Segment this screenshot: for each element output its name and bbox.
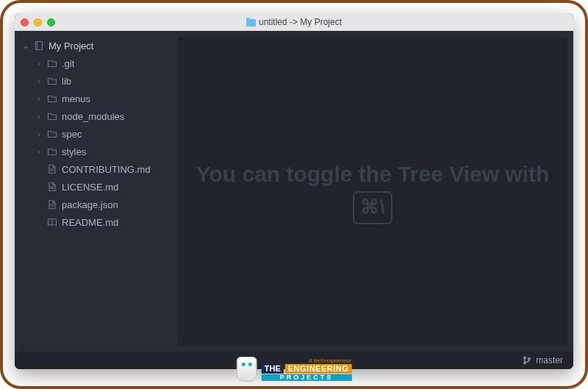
chevron-down-icon[interactable] <box>22 40 29 51</box>
hint-text: You can toggle the Tree View with <box>196 162 550 186</box>
robot-icon <box>237 357 257 382</box>
tree-item-label: node_modules <box>62 111 124 122</box>
folder-icon <box>47 58 57 68</box>
svg-point-11 <box>528 358 531 360</box>
outer-frame: untitled -> My Project My Project .git <box>0 0 588 389</box>
tree-item-label: LICENSE.md <box>62 182 118 193</box>
close-window-button[interactable] <box>21 18 29 26</box>
git-branch-name[interactable]: master <box>536 355 563 365</box>
tree-item-folder[interactable]: styles <box>28 143 178 160</box>
tree-item-label: package.json <box>62 199 118 210</box>
tree-item-label: README.md <box>62 217 118 228</box>
file-icon <box>47 199 57 210</box>
folder-icon <box>47 129 57 139</box>
svg-rect-0 <box>36 42 43 50</box>
keyboard-shortcut: ⌘\ <box>353 191 392 225</box>
window-controls <box>21 18 55 26</box>
chevron-right-icon[interactable] <box>35 95 43 103</box>
tree-item-label: menus <box>62 93 90 104</box>
chevron-right-icon[interactable] <box>35 130 43 138</box>
git-branch-icon <box>523 356 531 365</box>
tree-item-label: lib <box>62 76 71 87</box>
book-icon <box>47 217 57 227</box>
folder-icon <box>47 146 57 157</box>
tree-item-label: .git <box>62 58 74 69</box>
tree-item-folder[interactable]: lib <box>28 72 178 90</box>
folder-icon <box>47 93 57 104</box>
repo-icon <box>34 40 44 51</box>
tree-item-folder[interactable]: node_modules <box>28 107 178 125</box>
svg-point-10 <box>524 362 526 364</box>
tree-view[interactable]: My Project .git lib <box>15 31 178 351</box>
watermark-word-projects: PROJECTS <box>262 374 352 381</box>
chevron-right-icon[interactable] <box>35 148 43 156</box>
folder-icon <box>246 19 256 26</box>
tree-item-folder[interactable]: menus <box>28 90 178 107</box>
window-body: My Project .git lib <box>15 31 573 351</box>
watermark-word-the: THE <box>262 364 284 374</box>
tree-item-folder[interactable]: .git <box>28 54 178 72</box>
chevron-right-icon[interactable] <box>35 113 43 121</box>
folder-icon <box>47 111 57 121</box>
tree-item-folder[interactable]: spec <box>28 125 178 143</box>
folder-icon <box>47 76 57 86</box>
watermark-logo: A technopreneur THE ENGINEERING PROJECTS <box>237 357 352 382</box>
tree-item-file[interactable]: CONTRIBUTING.md <box>28 160 178 178</box>
editor-pane[interactable]: You can toggle the Tree View with ⌘\ <box>178 37 567 346</box>
tree-item-label: CONTRIBUTING.md <box>62 164 151 175</box>
app-window: untitled -> My Project My Project .git <box>15 13 573 369</box>
zoom-window-button[interactable] <box>47 18 55 26</box>
background-hint: You can toggle the Tree View with ⌘\ <box>179 158 567 224</box>
tree-root[interactable]: My Project <box>15 37 178 54</box>
tree-children: .git lib menus node_ <box>15 54 178 231</box>
file-icon <box>47 164 57 174</box>
titlebar: untitled -> My Project <box>15 13 573 31</box>
tree-root-label: My Project <box>49 40 93 51</box>
tree-item-file[interactable]: LICENSE.md <box>28 178 178 196</box>
watermark-tagline: A technopreneur <box>262 358 352 364</box>
tree-item-label: spec <box>62 129 82 140</box>
watermark-word-engineering: ENGINEERING <box>285 364 352 374</box>
window-title: untitled -> My Project <box>15 17 573 27</box>
window-title-text: untitled -> My Project <box>259 17 342 27</box>
tree-item-label: styles <box>62 146 86 157</box>
chevron-right-icon[interactable] <box>35 77 43 85</box>
chevron-right-icon[interactable] <box>35 60 43 68</box>
svg-point-9 <box>524 357 526 359</box>
file-icon <box>47 182 57 192</box>
tree-item-file[interactable]: README.md <box>28 213 178 231</box>
tree-item-file[interactable]: package.json <box>28 196 178 213</box>
minimize-window-button[interactable] <box>34 18 42 26</box>
watermark-text: A technopreneur THE ENGINEERING PROJECTS <box>262 358 352 381</box>
